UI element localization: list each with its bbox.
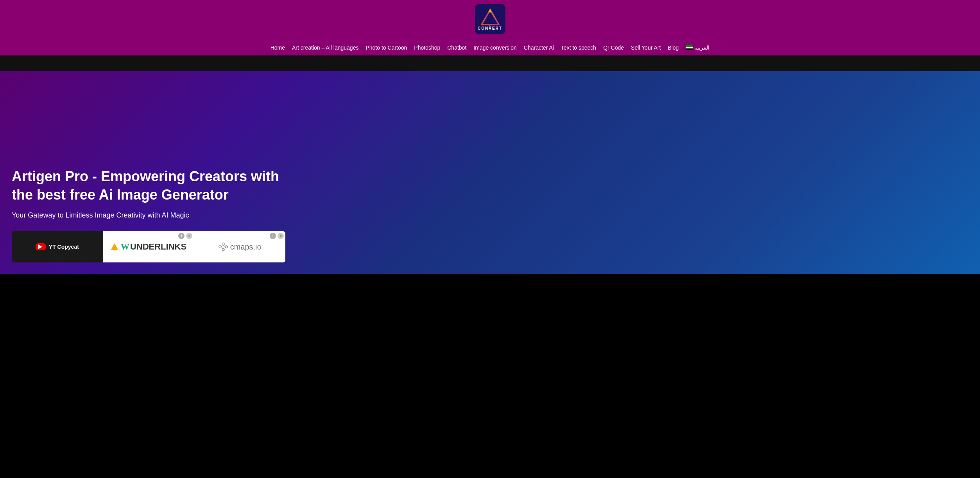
- nav-blog[interactable]: Blog: [668, 45, 679, 51]
- cmaps-brand-name: cmaps.io: [230, 243, 262, 251]
- ad-item-yt[interactable]: YT Copycat: [12, 231, 103, 262]
- svg-point-8: [222, 248, 224, 251]
- cmaps-icon: [219, 242, 228, 251]
- wunder-arrow-icon: [111, 243, 118, 250]
- nav-art-creation[interactable]: Art creation – All languages: [292, 45, 358, 51]
- arabic-language[interactable]: العربية: [686, 45, 709, 51]
- wunder-rest: UNDERLINKS: [130, 242, 186, 252]
- nav-chatbot[interactable]: Chatbot: [447, 45, 466, 51]
- nav-home[interactable]: Home: [271, 45, 285, 51]
- nav-photoshop[interactable]: Photoshop: [414, 45, 440, 51]
- logo-icon: Ai: [478, 8, 502, 28]
- ad-close-button[interactable]: ×: [186, 233, 192, 239]
- site-header: Ai CONVERT Home Art creation – All langu…: [0, 0, 980, 55]
- ad-banner: YT Copycat i × W UNDERLINKS i ×: [12, 231, 285, 262]
- arabic-label: العربية: [694, 45, 709, 51]
- play-icon: [38, 244, 43, 249]
- arabic-flag-icon: [686, 45, 693, 50]
- wunderlinks-logo: W UNDERLINKS: [111, 242, 186, 252]
- svg-point-6: [222, 243, 224, 245]
- svg-point-7: [225, 246, 228, 248]
- hero-text-block: Artigen Pro - Empowering Creators with t…: [12, 168, 285, 262]
- nav-sell-art[interactable]: Sell Your Art: [631, 45, 661, 51]
- hero-subtitle: Your Gateway to Limitless Image Creativi…: [12, 211, 285, 219]
- cmaps-logo: cmaps.io: [219, 242, 262, 251]
- yt-badge: [36, 243, 46, 250]
- ad-item-cmaps[interactable]: i × cmaps.io: [194, 231, 285, 262]
- hero-section: Artigen Pro - Empowering Creators with t…: [0, 71, 980, 274]
- main-nav: Home Art creation – All languages Photo …: [263, 40, 718, 55]
- logo-convert-text: CONVERT: [478, 26, 502, 30]
- wunder-w: W: [121, 242, 129, 252]
- svg-point-5: [219, 246, 221, 248]
- nav-character-ai[interactable]: Character Ai: [524, 45, 554, 51]
- yt-label: YT Copycat: [49, 244, 79, 250]
- svg-point-3: [489, 10, 491, 12]
- nav-text-speech[interactable]: Text to speech: [561, 45, 596, 51]
- hero-title: Artigen Pro - Empowering Creators with t…: [12, 168, 285, 204]
- dark-strip: [0, 55, 980, 71]
- cmaps-text: cmaps: [230, 243, 253, 251]
- nav-image-conversion[interactable]: Image conversion: [473, 45, 517, 51]
- logo-container[interactable]: Ai CONVERT: [475, 4, 505, 34]
- ad-info-button-cmaps[interactable]: i: [270, 233, 276, 239]
- logo-box[interactable]: Ai CONVERT: [475, 4, 505, 34]
- ad-item-wunderlinks[interactable]: i × W UNDERLINKS: [103, 231, 195, 262]
- ad-close-button-cmaps[interactable]: ×: [278, 233, 284, 239]
- ad-info-button[interactable]: i: [178, 233, 185, 239]
- cmaps-io-text: .io: [253, 243, 262, 251]
- nav-photo-cartoon[interactable]: Photo to Cartoon: [365, 45, 407, 51]
- nav-qr-code[interactable]: Qr Code: [603, 45, 624, 51]
